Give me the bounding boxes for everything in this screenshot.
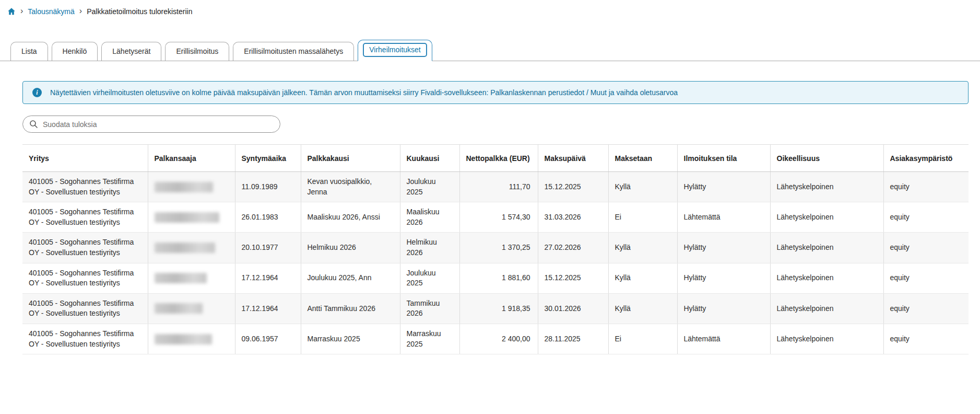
cell-kuukausi: Helmikuu 2026	[400, 233, 459, 263]
cell-yritys: 401005 - Sogohannes Testifirma OY - Sove…	[22, 324, 148, 354]
info-banner: Näytettävien virheilmoitusten oletusviiv…	[22, 81, 969, 104]
cell-maksetaan: Kyllä	[608, 293, 677, 324]
cell-syntymaaika: 11.09.1989	[235, 172, 301, 202]
column-header-oikeellisuus: Oikeellisuus	[770, 145, 883, 172]
cell-nettopalkka: 1 881,60	[459, 263, 538, 293]
cell-kuukausi: Joulukuu 2025	[400, 172, 459, 202]
cell-yritys: 401005 - Sogohannes Testifirma OY - Sove…	[22, 233, 148, 263]
cell-kuukausi: Maaliskuu 2026	[400, 202, 459, 233]
redacted-employee-name	[155, 212, 219, 223]
redacted-employee-name	[155, 303, 203, 314]
table-row[interactable]: 401005 - Sogohannes Testifirma OY - Sove…	[22, 233, 969, 263]
cell-asiakasymparisto: equity	[883, 263, 969, 293]
tab-henkil[interactable]: Henkilö	[52, 42, 98, 61]
tab-label: Henkilö	[63, 47, 87, 55]
column-header-nettopalkka: Nettopalkka (EUR)	[459, 145, 538, 172]
cell-syntymaaika: 17.12.1964	[235, 293, 301, 324]
cell-oikeellisuus: Lähetyskelpoinen	[770, 202, 883, 233]
cell-yritys: 401005 - Sogohannes Testifirma OY - Sove…	[22, 202, 148, 233]
table-row[interactable]: 401005 - Sogohannes Testifirma OY - Sove…	[22, 202, 969, 233]
cell-nettopalkka: 1 918,35	[459, 293, 538, 324]
cell-maksetaan: Kyllä	[608, 263, 677, 293]
cell-ilmoituksen_tila: Hylätty	[677, 233, 770, 263]
cell-maksupaiva: 15.12.2025	[538, 172, 608, 202]
main-content: Näytettävien virheilmoitusten oletusviiv…	[0, 81, 980, 354]
cell-maksetaan: Ei	[608, 202, 677, 233]
cell-yritys: 401005 - Sogohannes Testifirma OY - Sove…	[22, 172, 148, 202]
column-header-yritys: Yritys	[22, 145, 148, 172]
cell-palkkakausi: Joulukuu 2025, Ann	[301, 263, 400, 293]
cell-oikeellisuus: Lähetyskelpoinen	[770, 263, 883, 293]
table-row[interactable]: 401005 - Sogohannes Testifirma OY - Sove…	[22, 263, 969, 293]
tab-lista[interactable]: Lista	[10, 42, 48, 61]
cell-asiakasymparisto: equity	[883, 202, 969, 233]
cell-yritys: 401005 - Sogohannes Testifirma OY - Sove…	[22, 263, 148, 293]
tab-label: Lähetyserät	[112, 47, 150, 55]
cell-palkansaaja	[148, 172, 235, 202]
cell-maksupaiva: 28.11.2025	[538, 324, 608, 354]
cell-kuukausi: Tammikuu 2026	[400, 293, 459, 324]
table-header-row: YritysPalkansaajaSyntymäaikaPalkkakausiK…	[22, 145, 969, 172]
cell-maksupaiva: 27.02.2026	[538, 233, 608, 263]
cell-oikeellisuus: Lähetyskelpoinen	[770, 233, 883, 263]
cell-asiakasymparisto: equity	[883, 324, 969, 354]
table-row[interactable]: 401005 - Sogohannes Testifirma OY - Sove…	[22, 324, 969, 354]
redacted-employee-name	[155, 182, 213, 192]
cell-kuukausi: Joulukuu 2025	[400, 263, 459, 293]
search-box	[22, 116, 280, 133]
tab-bar: ListaHenkilöLähetyserätErillisilmoitusEr…	[0, 40, 980, 61]
cell-kuukausi: Marraskuu 2025	[400, 324, 459, 354]
cell-syntymaaika: 17.12.1964	[235, 263, 301, 293]
cell-ilmoituksen_tila: Lähtemättä	[677, 324, 770, 354]
cell-ilmoituksen_tila: Hylätty	[677, 293, 770, 324]
table-row[interactable]: 401005 - Sogohannes Testifirma OY - Sove…	[22, 172, 969, 202]
redacted-employee-name	[155, 243, 215, 253]
column-header-asiakasymparisto: Asiakasympäristö	[883, 145, 969, 172]
breadcrumb-separator-icon: ›	[79, 7, 82, 15]
error-notifications-table: YritysPalkansaajaSyntymäaikaPalkkakausiK…	[22, 144, 969, 354]
cell-palkansaaja	[148, 324, 235, 354]
cell-nettopalkka: 2 400,00	[459, 324, 538, 354]
cell-oikeellisuus: Lähetyskelpoinen	[770, 293, 883, 324]
cell-asiakasymparisto: equity	[883, 233, 969, 263]
cell-oikeellisuus: Lähetyskelpoinen	[770, 324, 883, 354]
column-header-maksetaan: Maksetaan	[608, 145, 677, 172]
cell-asiakasymparisto: equity	[883, 293, 969, 324]
cell-palkansaaja	[148, 202, 235, 233]
cell-maksupaiva: 15.12.2025	[538, 263, 608, 293]
tab-virheilmoitukset[interactable]: Virheilmoitukset	[358, 40, 432, 61]
cell-ilmoituksen_tila: Hylätty	[677, 172, 770, 202]
tab-label: Virheilmoitukset	[363, 43, 427, 57]
cell-palkansaaja	[148, 293, 235, 324]
info-banner-text: Näytettävien virheilmoitusten oletusviiv…	[50, 88, 678, 97]
cell-nettopalkka: 111,70	[459, 172, 538, 202]
breadcrumb-current-page: Palkkatietoilmoitus tulorekisteriin	[87, 7, 192, 16]
cell-maksetaan: Kyllä	[608, 233, 677, 263]
home-icon[interactable]	[7, 7, 16, 16]
cell-nettopalkka: 1 574,30	[459, 202, 538, 233]
column-header-palkkakausi: Palkkakausi	[301, 145, 400, 172]
tab-erillisilmoitus[interactable]: Erillisilmoitus	[165, 42, 229, 61]
cell-oikeellisuus: Lähetyskelpoinen	[770, 172, 883, 202]
cell-syntymaaika: 26.01.1983	[235, 202, 301, 233]
tab-label: Erillisilmoitus	[176, 47, 218, 55]
cell-ilmoituksen_tila: Hylätty	[677, 263, 770, 293]
breadcrumb-link-talousnakyma[interactable]: Talousnäkymä	[28, 7, 75, 16]
table-row[interactable]: 401005 - Sogohannes Testifirma OY - Sove…	[22, 293, 969, 324]
cell-maksetaan: Ei	[608, 324, 677, 354]
breadcrumb: › Talousnäkymä › Palkkatietoilmoitus tul…	[0, 0, 980, 16]
cell-palkkakausi: Maaliskuu 2026, Anssi	[301, 202, 400, 233]
table-body: 401005 - Sogohannes Testifirma OY - Sove…	[22, 172, 969, 354]
tab-erillisilmoitusten-massal-hetys[interactable]: Erillisilmoitusten massalähetys	[233, 42, 354, 61]
redacted-employee-name	[155, 334, 212, 344]
column-header-syntymaaika: Syntymäaika	[235, 145, 301, 172]
cell-palkkakausi: Helmikuu 2026	[301, 233, 400, 263]
filter-results-input[interactable]	[22, 116, 280, 133]
cell-palkansaaja	[148, 233, 235, 263]
cell-asiakasymparisto: equity	[883, 172, 969, 202]
cell-palkkakausi: Antti Tammikuu 2026	[301, 293, 400, 324]
breadcrumb-separator-icon: ›	[20, 7, 23, 15]
column-header-maksupaiva: Maksupäivä	[538, 145, 608, 172]
cell-syntymaaika: 09.06.1957	[235, 324, 301, 354]
tab-l-hetyser-t[interactable]: Lähetyserät	[101, 42, 161, 61]
